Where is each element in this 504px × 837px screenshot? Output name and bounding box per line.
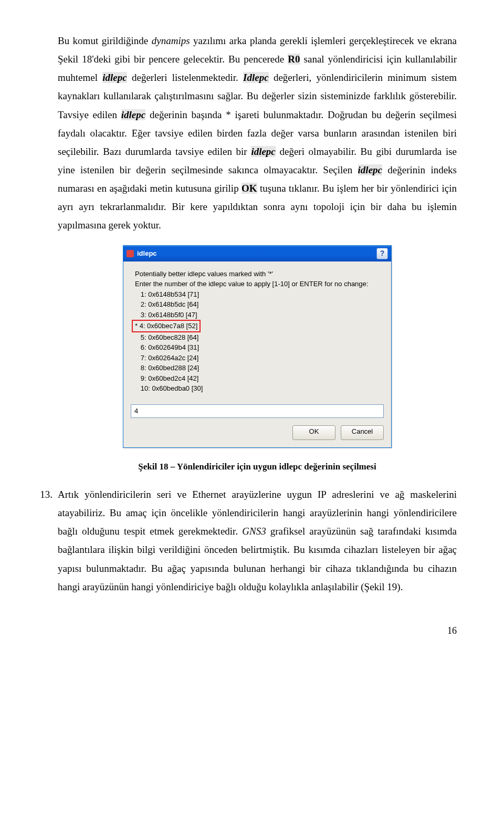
list-item-number: 13. (36, 485, 58, 596)
term-dynamips: dynamips (152, 35, 190, 46)
dialog-titlebar[interactable]: idlepc ? (123, 246, 391, 261)
idlepc-option: 10: 0x60bedba0 [30] (131, 383, 384, 394)
idlepc-option: 2: 0x6148b5dc [64] (131, 299, 384, 310)
idlepc-option: 5: 0x60bec828 [64] (131, 332, 384, 343)
hl-r0: R0 (288, 54, 300, 65)
idlepc-option: 3: 0x6148b5f0 [47] (131, 310, 384, 320)
text: Bu komut girildiğinde (58, 35, 152, 46)
hl-idlepc: idlepc (121, 109, 145, 120)
hl-idlepc: idlepc (358, 164, 382, 175)
ok-button[interactable]: OK (292, 425, 335, 440)
app-icon (127, 250, 134, 257)
idlepc-option-recommended: * 4: 0x60bec7a8 [52] (131, 320, 384, 332)
idlepc-dialog: idlepc ? Potentially better idlepc value… (123, 245, 392, 448)
page-number: 16 (58, 622, 457, 640)
idlepc-option: 9: 0x60bed2c4 [42] (131, 373, 384, 384)
figure-caption: Şekil 18 – Yönlendiriciler için uygun id… (58, 458, 457, 475)
idlepc-option: 8: 0x60bed288 [24] (131, 363, 384, 373)
dialog-button-row: OK Cancel (131, 425, 384, 440)
hl-ok: OK (242, 183, 257, 194)
help-button[interactable]: ? (376, 248, 388, 259)
list-item-text: Artık yönlendiricilerin seri ve Ethernet… (58, 485, 457, 596)
dialog-body: Potentially better idlepc values marked … (123, 261, 391, 447)
highlighted-option: * 4: 0x60bec7a8 [52] (132, 320, 201, 332)
cancel-button[interactable]: Cancel (341, 425, 384, 440)
dialog-text: Potentially better idlepc values marked … (131, 269, 384, 279)
text: değerleri listelenmektedir. (127, 72, 243, 83)
term-gns3: GNS3 (242, 526, 266, 537)
main-paragraph: Bu komut girildiğinde dynamips yazılımı … (58, 32, 457, 235)
idlepc-index-input[interactable] (131, 404, 384, 418)
hl-idlepc: Idlepc (243, 72, 269, 83)
dialog-title: idlepc (137, 248, 373, 259)
idlepc-option: 6: 0x602649b4 [31] (131, 342, 384, 353)
hl-idlepc: idlepc (102, 72, 127, 83)
hl-idlepc: idlepc (251, 146, 275, 157)
idlepc-option: 1: 0x6148b534 [71] (131, 289, 384, 300)
list-item-13: 13. Artık yönlendiricilerin seri ve Ethe… (58, 485, 457, 596)
idlepc-option: 7: 0x60264a2c [24] (131, 353, 384, 363)
dialog-text: Enter the number of the idlepc value to … (131, 279, 384, 289)
